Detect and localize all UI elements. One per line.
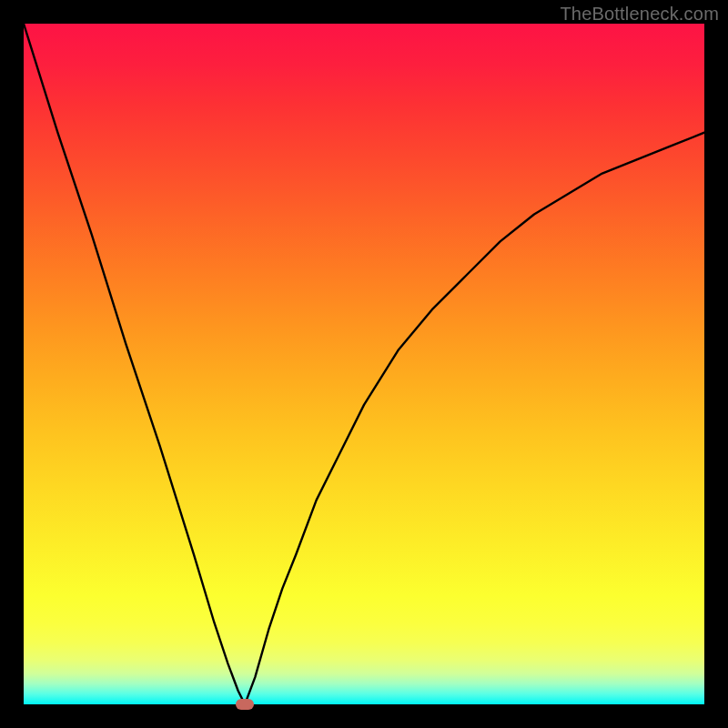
curve-right-branch — [245, 133, 704, 704]
chart-curve — [24, 24, 704, 704]
watermark-text: TheBottleneck.com — [560, 4, 719, 25]
chart-frame: TheBottleneck.com — [0, 0, 728, 728]
curve-left-branch — [24, 24, 245, 704]
minimum-marker — [236, 699, 254, 710]
chart-plot-area — [24, 24, 704, 704]
